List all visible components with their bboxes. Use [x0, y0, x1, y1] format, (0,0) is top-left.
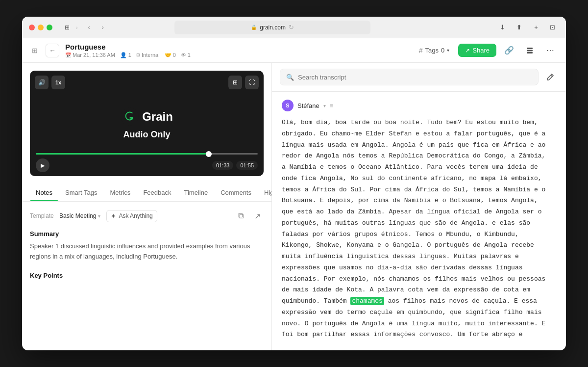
header-meta: 📅 Mar 21, 11:36 AM 👤 1 ⊞ Internal 🤝 0 — [65, 52, 191, 58]
speed-button[interactable]: 1x — [51, 76, 65, 89]
person-icon: 👤 — [120, 52, 127, 58]
speaker-row: S Stéfane ▾ ≡ — [282, 100, 556, 111]
tab-comments[interactable]: Comments — [215, 184, 257, 201]
views-meta: 👁 1 — [181, 52, 191, 58]
minimize-button[interactable] — [38, 25, 44, 30]
template-select[interactable]: Template Basic Meeting ▾ — [30, 212, 100, 219]
layers-button[interactable] — [522, 43, 538, 58]
grid-icon: ⊞ — [136, 52, 140, 57]
share-icon[interactable]: ⬆ — [513, 22, 526, 33]
share-icon: ↗ — [465, 47, 470, 54]
grain-logo-text: Grain — [142, 109, 173, 123]
time-badges: 01:33 01:55 — [212, 161, 258, 170]
summary-text: Speaker 1 discussed linguistic influence… — [30, 241, 264, 262]
sidebar-toggle-icon[interactable]: ⊞ — [61, 22, 73, 33]
recording-title: Portuguese — [65, 43, 191, 51]
notes-toolbar: Template Basic Meeting ▾ ✦ Ask Anything … — [30, 210, 264, 222]
right-panel: 🔍 S Stéfane ▾ ≡ — [272, 63, 566, 350]
key-points-section: Key Points — [30, 272, 264, 279]
video-bottom-row: ▶ 01:33 01:55 — [36, 158, 258, 172]
video-player[interactable]: 🔊 1x ⊞ ⛶ — [30, 71, 264, 176]
extensions-icon[interactable]: ⊡ — [546, 22, 559, 33]
speaker-list-icon[interactable]: ≡ — [330, 102, 334, 109]
tab-highlights[interactable]: Highligh... — [258, 184, 272, 201]
svg-rect-1 — [527, 50, 533, 51]
header-title-section: Portuguese 📅 Mar 21, 11:36 AM 👤 1 ⊞ Inte… — [65, 43, 191, 58]
summary-title: Summary — [30, 230, 264, 237]
chevron-down-icon: ▾ — [98, 213, 100, 219]
speaker-avatar: S — [282, 100, 294, 111]
link-button[interactable]: 🔗 — [501, 43, 517, 58]
close-button[interactable] — [29, 25, 35, 30]
speaker-name[interactable]: Stéfane — [297, 102, 319, 109]
visibility-meta: ⊞ Internal — [136, 52, 160, 58]
header-actions: # Tags 0 ▾ ↗ Share 🔗 ⋯ — [415, 43, 558, 58]
fullscreen-button[interactable]: ⛶ — [245, 76, 259, 89]
sidebar-toggle-group: ⊞ › — [61, 22, 78, 33]
highlighted-word: chamamos — [350, 297, 384, 305]
eye-icon: 👁 — [181, 52, 186, 58]
edit-transcript-button[interactable] — [542, 69, 558, 85]
svg-rect-2 — [527, 52, 533, 53]
svg-point-3 — [121, 107, 138, 125]
app-layout: ⊞ ← Portuguese 📅 Mar 21, 11:36 AM 👤 1 ⊞ … — [22, 38, 566, 350]
tab-feedback[interactable]: Feedback — [137, 184, 177, 201]
participants-meta: 👤 1 — [120, 52, 131, 58]
search-bar[interactable]: 🔍 — [280, 69, 539, 85]
video-top-left: 🔊 1x — [35, 76, 65, 89]
lock-icon: 🔒 — [251, 25, 257, 30]
left-panel: 🔊 1x ⊞ ⛶ — [22, 63, 272, 350]
hash-icon: # — [419, 47, 423, 54]
address-bar[interactable]: 🔒 grain.com ↻ — [174, 21, 370, 34]
volume-button[interactable]: 🔊 — [35, 76, 49, 89]
date-meta: 📅 Mar 21, 11:36 AM — [65, 52, 115, 58]
picture-in-picture-button[interactable]: ⊞ — [228, 76, 242, 89]
summary-section: Summary Speaker 1 discussed linguistic i… — [30, 230, 264, 262]
sidebar-collapse-icon[interactable]: ⊞ — [30, 45, 40, 56]
tab-notes[interactable]: Notes — [30, 184, 58, 201]
speaker-chevron-icon: ▾ — [323, 103, 326, 108]
video-top-right: ⊞ ⛶ — [228, 76, 259, 89]
transcript-content: S Stéfane ▾ ≡ Olá, bom dia, boa tarde ou… — [272, 92, 566, 350]
send-button[interactable]: ↗ — [251, 210, 264, 222]
transcript-text: Olá, bom dia, boa tarde ou boa noite. Tu… — [282, 117, 556, 341]
grain-logo: Grain — [121, 107, 173, 125]
reaction-icon: 🤝 — [165, 52, 172, 58]
back-nav-button[interactable]: ‹ — [83, 22, 96, 33]
tags-button[interactable]: # Tags 0 ▾ — [415, 45, 454, 56]
chevron-down-icon: ▾ — [447, 48, 449, 53]
svg-rect-0 — [527, 48, 533, 49]
titlebar-right-buttons: ⬇ ⬆ + ⊡ — [496, 22, 559, 33]
video-progress-fill — [36, 153, 209, 155]
sparkle-icon: ✦ — [111, 212, 116, 220]
play-button[interactable]: ▶ — [36, 158, 49, 172]
maximize-button[interactable] — [47, 25, 52, 30]
browser-window: ⊞ › ‹ › 🔒 grain.com ↻ ⬇ ⬆ + ⊡ ⊞ ← Portug… — [22, 17, 566, 350]
copy-button[interactable]: ⧉ — [234, 210, 247, 222]
audio-only-label: Audio Only — [123, 129, 171, 139]
back-button[interactable]: ← — [46, 44, 59, 57]
video-progress-bar[interactable] — [36, 153, 258, 155]
video-bottom-controls: ▶ 01:33 01:55 — [30, 149, 264, 176]
key-points-title: Key Points — [30, 272, 264, 279]
video-center-content: Grain Audio Only — [121, 107, 173, 139]
reactions-meta: 🤝 0 — [165, 52, 176, 58]
new-tab-icon[interactable]: + — [530, 22, 542, 33]
notes-toolbar-right: ⧉ ↗ — [234, 210, 264, 222]
more-options-button[interactable]: ⋯ — [542, 43, 558, 58]
total-time: 01:55 — [236, 161, 258, 170]
share-button[interactable]: ↗ Share — [458, 44, 496, 57]
search-input[interactable] — [298, 74, 532, 81]
video-progress-thumb — [206, 151, 212, 157]
tab-timeline[interactable]: Timeline — [178, 184, 214, 201]
ask-anything-button[interactable]: ✦ Ask Anything — [106, 210, 157, 222]
tab-smart-tags[interactable]: Smart Tags — [59, 184, 103, 201]
download-icon[interactable]: ⬇ — [496, 22, 509, 33]
tab-metrics[interactable]: Metrics — [104, 184, 136, 201]
svg-line-4 — [551, 75, 552, 77]
notes-content: Template Basic Meeting ▾ ✦ Ask Anything … — [22, 202, 271, 350]
reload-icon[interactable]: ↻ — [289, 24, 294, 31]
transcript-header: 🔍 — [272, 63, 566, 92]
forward-nav-button[interactable]: › — [97, 22, 109, 33]
search-icon: 🔍 — [286, 74, 294, 81]
